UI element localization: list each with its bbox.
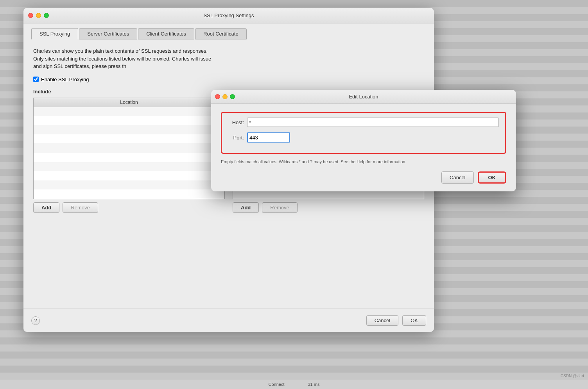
status-bar: Connect 31 ms: [0, 380, 588, 389]
hint-text: Empty fields match all values. Wildcards…: [221, 159, 506, 165]
include-table-section: Location: [33, 98, 225, 213]
traffic-lights: [28, 13, 49, 18]
host-label: Host:: [228, 120, 244, 125]
dialog-title: Edit Location: [349, 94, 378, 100]
close-button[interactable]: [28, 13, 33, 18]
status-connect: Connect: [269, 382, 285, 387]
include-table-buttons: Add Remove: [33, 202, 225, 213]
maximize-button[interactable]: [44, 13, 49, 18]
tabs-bar: SSL Proxying Server Certificates Client …: [23, 23, 434, 39]
exclude-remove-button[interactable]: Remove: [262, 202, 297, 213]
host-row: Host:: [228, 118, 499, 127]
enable-ssl-checkbox[interactable]: [33, 77, 39, 82]
cancel-button[interactable]: Cancel: [366, 315, 398, 326]
dialog-close-button[interactable]: [215, 94, 220, 99]
bottom-bar: ? Cancel OK: [23, 309, 434, 332]
include-remove-button[interactable]: Remove: [63, 202, 98, 213]
dialog-content: Host: Port: Empty fields match all value…: [211, 104, 516, 191]
window-title: SSL Proxying Settings: [204, 12, 254, 18]
edit-location-dialog: Edit Location Host: Port: Empty fields m…: [211, 90, 516, 191]
tab-ssl-proxying[interactable]: SSL Proxying: [31, 28, 78, 39]
dialog-traffic-lights: [215, 94, 235, 99]
form-fields-box: Host: Port:: [221, 112, 506, 154]
dialog-cancel-button[interactable]: Cancel: [441, 171, 473, 184]
exclude-table-buttons: Add Remove: [233, 202, 424, 213]
status-time: 31 ms: [308, 382, 320, 387]
title-bar: SSL Proxying Settings: [23, 8, 434, 23]
dialog-ok-button[interactable]: OK: [478, 171, 507, 184]
port-label: Port:: [228, 135, 244, 141]
host-input[interactable]: [247, 118, 499, 127]
enable-ssl-label: Enable SSL Proxying: [41, 77, 89, 82]
help-button[interactable]: ?: [31, 316, 40, 325]
ok-button[interactable]: OK: [402, 315, 426, 326]
enable-ssl-row: Enable SSL Proxying: [33, 77, 424, 82]
description-text: Charles can show you the plain text cont…: [33, 47, 307, 70]
tab-server-certificates[interactable]: Server Certificates: [79, 28, 137, 39]
tab-client-certificates[interactable]: Client Certificates: [138, 28, 194, 39]
dialog-title-bar: Edit Location: [211, 90, 516, 104]
minimize-button[interactable]: [36, 13, 41, 18]
dialog-buttons: Cancel OK: [221, 171, 506, 184]
dialog-minimize-button[interactable]: [222, 94, 228, 99]
exclude-add-button[interactable]: Add: [233, 202, 259, 213]
bottom-actions: Cancel OK: [366, 315, 426, 326]
port-row: Port:: [228, 132, 499, 143]
dialog-maximize-button[interactable]: [230, 94, 235, 99]
include-table: Location: [33, 98, 225, 199]
tab-root-certificate[interactable]: Root Certificate: [195, 28, 247, 39]
include-location-header: Location: [34, 98, 225, 107]
watermark: CSDN @zlart: [561, 374, 584, 378]
include-add-button[interactable]: Add: [33, 202, 59, 213]
port-input[interactable]: [247, 132, 290, 143]
